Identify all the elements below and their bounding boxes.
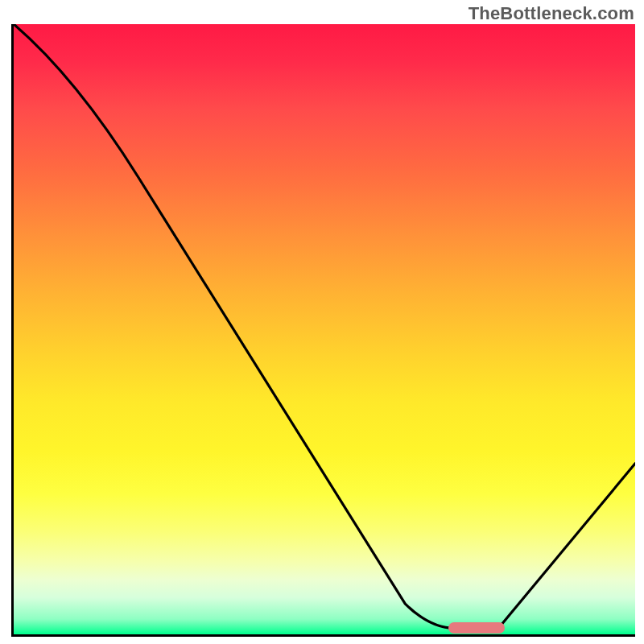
curve-path — [14, 24, 635, 628]
bottleneck-curve — [14, 24, 635, 634]
optimal-range-marker — [448, 622, 504, 634]
plot-area — [11, 24, 635, 637]
watermark-text: TheBottleneck.com — [469, 3, 634, 24]
chart-container: TheBottleneck.com — [0, 0, 644, 644]
